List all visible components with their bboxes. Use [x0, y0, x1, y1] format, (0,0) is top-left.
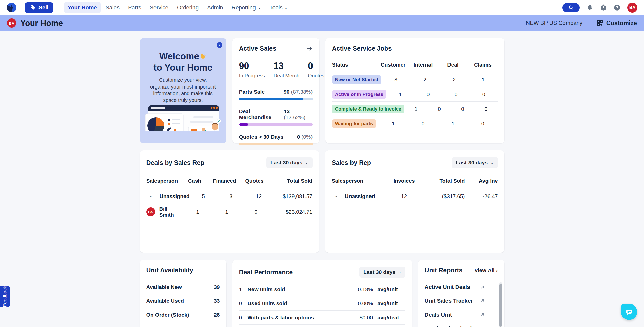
deals-by-rep-title: Deals by Sales Rep	[146, 159, 204, 166]
report-link[interactable]: Unit Sales Tracker	[425, 294, 498, 308]
col-total-sold: Total Sold	[422, 178, 465, 184]
list-item[interactable]: Trade-ins Pending 19	[146, 322, 220, 327]
deal-performance-filter-dropdown[interactable]: Last 30 days ⌄	[359, 267, 405, 278]
nav-item-service[interactable]: Service	[146, 2, 172, 13]
table-row[interactable]: Active or In Progress 1 0 0 0	[332, 87, 498, 102]
col-financed: Financed	[210, 178, 240, 184]
table-row[interactable]: - Unassigned 5 3 12 $139,081.57	[146, 188, 313, 204]
notifications-button[interactable]	[586, 4, 593, 11]
progress-track	[239, 98, 313, 100]
table-row[interactable]: - Unassigned 12 ($317.65) -26.47	[332, 188, 498, 204]
chevron-down-icon: ⌄	[398, 270, 401, 274]
chevron-down-icon: ⌄	[258, 6, 261, 10]
sell-app-button[interactable]: Sell	[25, 2, 53, 13]
item-count: 0	[239, 315, 248, 321]
cell: 12	[386, 193, 422, 199]
nav-item-admin[interactable]: Admin	[204, 2, 226, 13]
info-icon: i	[216, 42, 223, 48]
item-unit: avg/unit	[378, 300, 405, 307]
help-button[interactable]: ?	[614, 4, 621, 11]
bell-icon	[586, 4, 593, 11]
unit-availability-list: Available New 39 Available Used 33 On Or…	[146, 280, 220, 327]
timer-button[interactable]	[600, 4, 607, 11]
cell: 0	[468, 121, 498, 127]
list-item[interactable]: 0 With deal products $0.00 avg/deal	[239, 325, 405, 327]
list-item[interactable]: Available New 39	[146, 280, 220, 294]
deal-performance-title: Deal Performance	[239, 269, 293, 276]
chevron-down-icon: ⌄	[284, 6, 288, 10]
table-row[interactable]: BS Bill Smith 1 1 0 $23,024.71	[146, 204, 313, 220]
cell: -26.47	[465, 193, 498, 199]
report-link[interactable]: Stock Unit Valuation	[425, 322, 498, 327]
list-item[interactable]: 0 With parts & labor options $0.00 avg/d…	[239, 311, 405, 325]
cell: 1	[469, 77, 498, 83]
active-sales-bars: Parts Sale 90 (87.38%) Deal Merchandise …	[239, 89, 313, 145]
tag-icon	[30, 5, 36, 11]
item-value: 28	[214, 312, 220, 318]
list-item[interactable]: On Order (Stock) 28	[146, 308, 220, 322]
item-label: Available New	[146, 284, 182, 290]
nav-item-sales[interactable]: Sales	[102, 2, 123, 13]
bar-pct: (12.62%)	[284, 114, 305, 120]
deal-performance-list: 1 New units sold 0.18% avg/unit 0 Used u…	[239, 282, 405, 327]
app-logo-icon[interactable]	[7, 3, 17, 13]
list-item[interactable]: 1 New units sold 0.18% avg/unit	[239, 282, 405, 296]
filter-label: Last 30 days	[456, 160, 488, 166]
list-item[interactable]: 0 Used units sold 0.00% avg/unit	[239, 296, 405, 311]
user-avatar[interactable]: BA	[627, 3, 637, 13]
table-row[interactable]: Complete & Ready to Invoice 1 0 0 0	[332, 102, 498, 116]
deals-filter-dropdown[interactable]: Last 30 days ⌄	[266, 157, 312, 168]
row-1: i Welcome to Your Home Customize your vi…	[140, 38, 504, 143]
feedback-tab[interactable]: Feedback	[0, 286, 10, 307]
active-sales-stats: 90 In Progress 13 Deal Merch 0 Quotes	[239, 61, 313, 79]
nav-item-reporting[interactable]: Reporting ⌄	[228, 2, 265, 13]
report-link[interactable]: Active Unit Deals	[425, 280, 498, 294]
sales-table: Salesperson Invoices Total Sold Avg Inv …	[332, 176, 498, 204]
arrow-up-right-icon	[480, 326, 485, 327]
item-count: 1	[239, 286, 248, 292]
scrollbar[interactable]	[499, 282, 502, 327]
svg-text:i: i	[219, 43, 220, 47]
table-row[interactable]: New or Not Started 8 2 2 1	[332, 72, 498, 87]
page-avatar: BA	[7, 18, 16, 28]
cell: 2	[440, 77, 469, 83]
customize-button[interactable]: Customize	[597, 19, 637, 27]
dashboard-illustration	[144, 105, 222, 131]
view-all-link[interactable]: View All ›	[474, 267, 498, 273]
arrow-right-icon[interactable]	[306, 45, 313, 52]
cell: 1	[212, 209, 241, 215]
item-label: Used units sold	[248, 300, 358, 307]
welcome-title-text: Welcome	[159, 51, 199, 61]
sales-filter-dropdown[interactable]: Last 30 days ⌄	[452, 157, 498, 168]
company-name: NEW BP US Company	[526, 20, 582, 26]
cell: 2	[411, 77, 440, 83]
chat-launcher-button[interactable]	[621, 304, 637, 320]
sales-by-rep-card: Sales by Rep Last 30 days ⌄ Salesperson …	[325, 150, 504, 253]
search-button[interactable]	[562, 3, 580, 12]
nav-item-parts[interactable]: Parts	[125, 2, 145, 13]
view-all-label: View All	[474, 267, 494, 273]
scrollbar-thumb[interactable]	[499, 284, 502, 327]
list-item[interactable]: Available Used 33	[146, 294, 220, 308]
report-label: Active Unit Deals	[425, 284, 480, 290]
col-customer: Customer	[378, 62, 408, 68]
report-label: Deals Unit	[425, 312, 480, 318]
welcome-title-text2: to Your Home	[153, 62, 212, 73]
unit-reports-title: Unit Reports	[425, 267, 463, 274]
unit-reports-list: Active Unit Deals Unit Sales Tracker Dea…	[425, 280, 498, 327]
report-link[interactable]: Deals Unit	[425, 308, 498, 322]
table-header: Salesperson Cash Financed Quotes Total S…	[146, 176, 313, 188]
bar-quotes-30-days: Quotes > 30 Days 0 (0%)	[239, 134, 313, 145]
cell: 0	[442, 91, 470, 97]
status-badge: New or Not Started	[332, 75, 381, 84]
nav-item-your-home[interactable]: Your Home	[64, 2, 101, 13]
info-button[interactable]: i	[216, 42, 223, 49]
nav-item-ordering[interactable]: Ordering	[173, 2, 202, 13]
sales-by-rep-title: Sales by Rep	[332, 159, 371, 166]
nav-item-tools[interactable]: Tools ⌄	[266, 2, 291, 13]
table-row[interactable]: Waiting for parts 1 0 1 0	[332, 116, 498, 131]
col-total-sold: Total Sold	[269, 178, 313, 184]
item-unit: avg/deal	[378, 315, 405, 321]
col-quotes: Quotes	[240, 178, 269, 184]
report-label: Stock Unit Valuation	[425, 325, 480, 327]
